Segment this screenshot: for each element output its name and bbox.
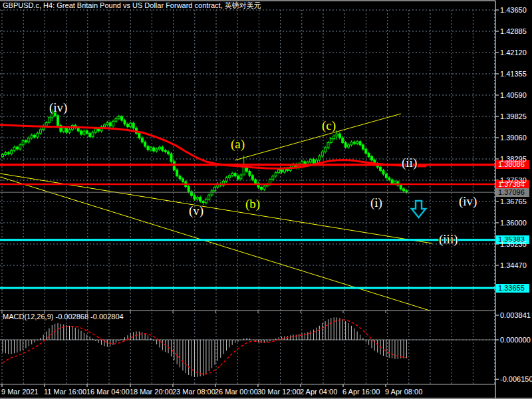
date-label: 2 Apr 04:00 — [300, 388, 337, 396]
price-axis-label: 1.42120 — [500, 49, 527, 57]
price-badge: 1.33655 — [496, 284, 529, 293]
date-label: 6 Apr 16:00 — [342, 388, 380, 396]
date-label: 18 Mar 20:00 — [130, 388, 173, 396]
candles-layer — [2, 109, 408, 205]
price-badge: 1.37096 — [496, 188, 529, 197]
date-label: 11 Mar 16:00 — [44, 388, 86, 396]
date-label: 23 Mar 08:00 — [172, 388, 215, 396]
macd-axis-label: -0.006150 — [500, 375, 532, 383]
price-axis-label: 1.37530 — [500, 176, 527, 184]
wave-label[interactable]: (b) — [245, 197, 260, 211]
macd-axis-label: 0.000000 — [500, 336, 531, 344]
price-axis-label: 1.39825 — [500, 112, 527, 120]
price-axis-label: 1.36000 — [500, 219, 527, 227]
wave-label[interactable]: (iii) — [439, 232, 458, 247]
price-axis-label: 1.36765 — [500, 198, 527, 205]
date-label: 9 Apr 08:00 — [385, 388, 422, 396]
date-label: 26 Mar 00:00 — [215, 388, 258, 396]
price-axis-label: 1.34470 — [500, 261, 527, 269]
chart-surface[interactable] — [0, 0, 532, 399]
macd-layer — [0, 317, 495, 377]
price-axis-label: 1.43650 — [500, 6, 527, 14]
wave-label[interactable]: (iv) — [49, 100, 67, 115]
down-arrow-icon[interactable] — [412, 201, 426, 217]
wave-label[interactable]: (v) — [189, 203, 203, 218]
price-axis-label: 1.42885 — [500, 27, 527, 35]
price-axis-label: 1.41355 — [500, 70, 527, 78]
price-axis-label: 1.40590 — [500, 91, 527, 99]
wave-label[interactable]: (c) — [322, 118, 336, 133]
mt4-chart-window: GBPUSD.c, H4: Great Britain Pound vs US … — [0, 0, 532, 399]
date-label: 30 Mar 12:00 — [257, 388, 301, 396]
wave-label[interactable]: (i) — [370, 196, 382, 210]
wave-label[interactable]: (iv) — [459, 194, 477, 209]
date-label: 16 Mar 04:00 — [86, 388, 130, 396]
chart-title: GBPUSD.c, H4: Great Britain Pound vs US … — [3, 1, 261, 11]
macd-axis-label: 0.003841 — [500, 311, 531, 319]
macd-indicator-label: MACD(12,26,9) -0.002868 -0.002804 — [3, 313, 124, 321]
price-axis-label: 1.38295 — [500, 155, 527, 163]
price-axis-label: 1.35235 — [500, 240, 527, 248]
price-axis-label: 1.39060 — [500, 134, 527, 142]
level-lines-layer[interactable] — [0, 165, 495, 288]
wave-label[interactable]: (a) — [231, 137, 245, 152]
wave-label[interactable]: (ii) — [402, 156, 417, 170]
date-label: 9 Mar 2021 — [1, 388, 39, 396]
frame-layer — [0, 1, 532, 398]
